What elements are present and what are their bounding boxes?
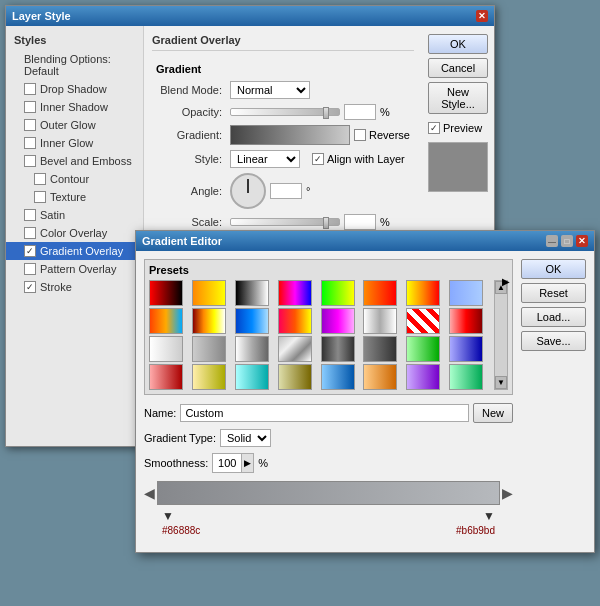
angle-input[interactable]: 90 bbox=[270, 183, 302, 199]
preset-item-23[interactable] bbox=[406, 336, 440, 362]
reverse-checkbox[interactable] bbox=[354, 129, 366, 141]
opacity-row: Opacity: 100 % bbox=[156, 104, 410, 120]
gradient-editor-close-icon[interactable]: ✕ bbox=[576, 235, 588, 247]
preset-item-20[interactable] bbox=[278, 336, 312, 362]
ge-new-button[interactable]: New bbox=[473, 403, 513, 423]
ge-gradient-type-select[interactable]: Solid bbox=[220, 429, 271, 447]
style-select[interactable]: Linear bbox=[230, 150, 300, 168]
scale-slider[interactable] bbox=[230, 218, 340, 226]
stroke-checkbox[interactable]: ✓ bbox=[24, 281, 36, 293]
preset-item-16[interactable] bbox=[449, 308, 483, 334]
ge-name-input[interactable] bbox=[180, 404, 469, 422]
preset-item-13[interactable] bbox=[321, 308, 355, 334]
blend-mode-select[interactable]: Normal bbox=[230, 81, 310, 99]
pattern-overlay-checkbox[interactable] bbox=[24, 263, 36, 275]
opacity-input[interactable]: 100 bbox=[344, 104, 376, 120]
preset-item-12[interactable] bbox=[278, 308, 312, 334]
scale-input[interactable]: 100 bbox=[344, 214, 376, 230]
sidebar-item-inner-shadow[interactable]: Inner Shadow bbox=[6, 98, 143, 116]
bevel-emboss-checkbox[interactable] bbox=[24, 155, 36, 167]
scale-label: Scale: bbox=[156, 216, 226, 228]
color-overlay-checkbox[interactable] bbox=[24, 227, 36, 239]
ok-button[interactable]: OK bbox=[428, 34, 488, 54]
preset-item-24[interactable] bbox=[449, 336, 483, 362]
sidebar-item-blending-options[interactable]: Blending Options: Default bbox=[6, 50, 143, 80]
ge-reset-button[interactable]: Reset bbox=[521, 283, 586, 303]
preset-item-6[interactable] bbox=[363, 280, 397, 306]
opacity-slider-thumb[interactable] bbox=[323, 107, 329, 119]
preset-item-32[interactable] bbox=[449, 364, 483, 390]
ge-smoothness-stepper[interactable]: 100 ▶ bbox=[212, 453, 254, 473]
sidebar-item-contour[interactable]: Contour bbox=[6, 170, 143, 188]
preset-item-2[interactable] bbox=[192, 280, 226, 306]
sidebar-item-outer-glow[interactable]: Outer Glow bbox=[6, 116, 143, 134]
ge-save-button[interactable]: Save... bbox=[521, 331, 586, 351]
sidebar-item-texture[interactable]: Texture bbox=[6, 188, 143, 206]
presets-arrow-icon[interactable]: ▶ bbox=[502, 276, 510, 287]
preset-item-22[interactable] bbox=[363, 336, 397, 362]
sidebar-item-drop-shadow[interactable]: Drop Shadow bbox=[6, 80, 143, 98]
preset-item-3[interactable] bbox=[235, 280, 269, 306]
inner-shadow-label: Inner Shadow bbox=[40, 101, 108, 113]
preset-item-8[interactable] bbox=[449, 280, 483, 306]
close-icon[interactable]: ✕ bbox=[476, 10, 488, 22]
preview-checkbox[interactable]: ✓ bbox=[428, 122, 440, 134]
sidebar-item-inner-glow[interactable]: Inner Glow bbox=[6, 134, 143, 152]
maximize-icon[interactable]: □ bbox=[561, 235, 573, 247]
preset-item-29[interactable] bbox=[321, 364, 355, 390]
preset-item-19[interactable] bbox=[235, 336, 269, 362]
inner-glow-checkbox[interactable] bbox=[24, 137, 36, 149]
ge-smoothness-arrow[interactable]: ▶ bbox=[241, 454, 253, 472]
preset-item-17[interactable] bbox=[149, 336, 183, 362]
preset-item-25[interactable] bbox=[149, 364, 183, 390]
angle-dial[interactable] bbox=[230, 173, 266, 209]
ge-gradient-bar[interactable] bbox=[157, 481, 500, 505]
ge-ok-button[interactable]: OK bbox=[521, 259, 586, 279]
sidebar-item-bevel-emboss[interactable]: Bevel and Emboss bbox=[6, 152, 143, 170]
preset-item-18[interactable] bbox=[192, 336, 226, 362]
preset-item-9[interactable] bbox=[149, 308, 183, 334]
layer-style-sidebar: Styles Blending Options: Default Drop Sh… bbox=[6, 26, 144, 446]
opacity-slider[interactable] bbox=[230, 108, 340, 116]
preset-item-14[interactable] bbox=[363, 308, 397, 334]
preset-item-4[interactable] bbox=[278, 280, 312, 306]
preset-item-30[interactable] bbox=[363, 364, 397, 390]
sidebar-item-stroke[interactable]: ✓ Stroke bbox=[6, 278, 143, 296]
gradient-overlay-checkbox[interactable]: ✓ bbox=[24, 245, 36, 257]
ge-load-button[interactable]: Load... bbox=[521, 307, 586, 327]
preset-item-26[interactable] bbox=[192, 364, 226, 390]
sidebar-item-color-overlay[interactable]: Color Overlay bbox=[6, 224, 143, 242]
ge-right-stop-marker[interactable]: ▼ bbox=[483, 509, 495, 523]
outer-glow-checkbox[interactable] bbox=[24, 119, 36, 131]
minimize-icon[interactable]: — bbox=[546, 235, 558, 247]
preset-item-1[interactable] bbox=[149, 280, 183, 306]
align-with-layer-checkbox[interactable]: ✓ bbox=[312, 153, 324, 165]
preset-item-21[interactable] bbox=[321, 336, 355, 362]
drop-shadow-checkbox[interactable] bbox=[24, 83, 36, 95]
angle-row: Angle: 90 ° bbox=[156, 173, 410, 209]
cancel-button[interactable]: Cancel bbox=[428, 58, 488, 78]
texture-checkbox[interactable] bbox=[34, 191, 46, 203]
ge-left-stop-marker[interactable]: ▼ bbox=[162, 509, 174, 523]
sidebar-item-satin[interactable]: Satin bbox=[6, 206, 143, 224]
preset-item-15[interactable] bbox=[406, 308, 440, 334]
satin-checkbox[interactable] bbox=[24, 209, 36, 221]
presets-scrollbar[interactable]: ▲ ▼ bbox=[494, 280, 508, 390]
preset-item-7[interactable] bbox=[406, 280, 440, 306]
preset-item-11[interactable] bbox=[235, 308, 269, 334]
contour-checkbox[interactable] bbox=[34, 173, 46, 185]
scale-slider-thumb[interactable] bbox=[323, 217, 329, 229]
preset-item-31[interactable] bbox=[406, 364, 440, 390]
ge-gradient-bar-wrapper: ◀ ▶ bbox=[144, 481, 513, 505]
sidebar-item-gradient-overlay[interactable]: ✓ Gradient Overlay bbox=[6, 242, 143, 260]
preset-item-5[interactable] bbox=[321, 280, 355, 306]
sidebar-item-pattern-overlay[interactable]: Pattern Overlay bbox=[6, 260, 143, 278]
new-style-button[interactable]: New Style... bbox=[428, 82, 488, 114]
scroll-down-icon[interactable]: ▼ bbox=[495, 376, 507, 389]
preset-item-10[interactable] bbox=[192, 308, 226, 334]
preset-item-27[interactable] bbox=[235, 364, 269, 390]
preset-item-28[interactable] bbox=[278, 364, 312, 390]
gradient-preview[interactable] bbox=[230, 125, 350, 145]
ge-presets-content: ▲ ▼ ▶ bbox=[149, 280, 508, 390]
inner-shadow-checkbox[interactable] bbox=[24, 101, 36, 113]
